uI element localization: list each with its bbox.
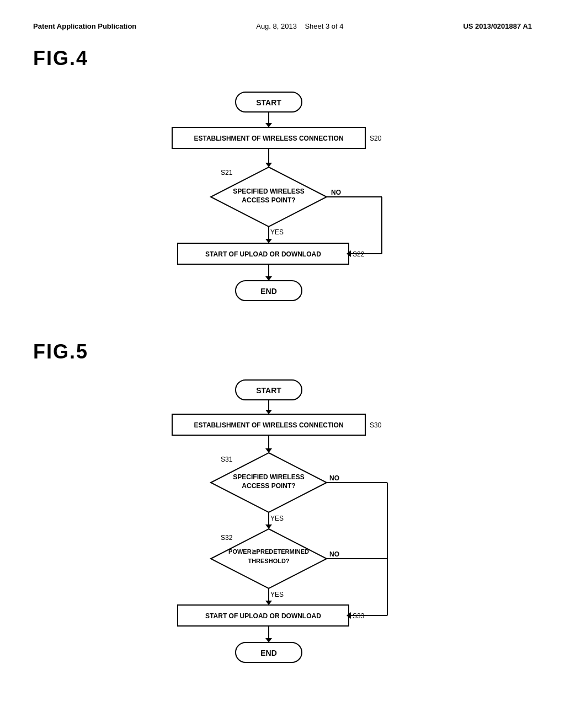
svg-text:ACCESS POINT?: ACCESS POINT? [242,196,295,204]
svg-marker-38 [265,448,272,453]
svg-text:YES: YES [270,515,284,522]
fig5-diagram: START ESTABLISHMENT OF WIRELESS CONNECTI… [33,374,532,689]
svg-text:ESTABLISHMENT OF WIRELESS CONN: ESTABLISHMENT OF WIRELESS CONNECTION [194,421,343,429]
svg-text:END: END [260,287,277,296]
svg-text:S20: S20 [370,135,382,142]
svg-text:START: START [256,98,281,107]
svg-marker-3 [265,123,272,127]
header-left: Patent Application Publication [33,22,136,30]
fig4-section: FIG.4 START ESTABLISHMENT OF WIRELESS CO… [33,47,532,313]
svg-marker-9 [265,163,272,167]
fig5-label: FIG.5 [33,340,532,363]
svg-marker-33 [265,410,272,414]
page-header: Patent Application Publication Aug. 8, 2… [33,22,532,30]
svg-text:THRESHOLD?: THRESHOLD? [248,558,289,564]
svg-text:START: START [256,386,281,395]
svg-text:START OF UPLOAD OR DOWNLOAD: START OF UPLOAD OR DOWNLOAD [205,612,321,620]
svg-marker-16 [265,239,272,243]
svg-text:SPECIFIED WIRELESS: SPECIFIED WIRELESS [233,188,304,195]
svg-text:ACCESS POINT?: ACCESS POINT? [242,482,295,490]
svg-text:NO: NO [331,189,341,196]
header-center: Aug. 8, 2013 Sheet 3 of 4 [256,22,343,30]
fig4-diagram: START ESTABLISHMENT OF WIRELESS CONNECTI… [33,81,532,313]
svg-text:YES: YES [270,228,284,236]
svg-text:S31: S31 [221,456,233,463]
svg-text:YES: YES [270,591,284,598]
svg-marker-54 [265,601,272,605]
header-date: Aug. 8, 2013 [256,22,297,30]
svg-text:END: END [260,649,277,657]
svg-marker-46 [265,524,272,529]
svg-text:S21: S21 [221,169,233,176]
svg-text:S32: S32 [221,534,233,542]
svg-text:NO: NO [329,550,339,558]
svg-text:ESTABLISHMENT OF WIRELESS CONN: ESTABLISHMENT OF WIRELESS CONNECTION [194,135,343,142]
svg-text:POWER≧PREDETERMINED: POWER≧PREDETERMINED [228,548,309,555]
svg-text:S30: S30 [370,421,382,429]
header-sheet: Sheet 3 of 4 [305,22,343,30]
svg-text:START OF UPLOAD OR DOWNLOAD: START OF UPLOAD OR DOWNLOAD [205,250,321,258]
svg-text:NO: NO [329,474,339,482]
header-right: US 2013/0201887 A1 [463,22,532,30]
svg-marker-64 [265,638,272,643]
svg-marker-27 [265,276,272,281]
fig5-section: FIG.5 START ESTABLISHMENT OF WIRELESS CO… [33,340,532,689]
fig4-label: FIG.4 [33,47,532,70]
page: Patent Application Publication Aug. 8, 2… [0,0,565,728]
svg-text:SPECIFIED WIRELESS: SPECIFIED WIRELESS [233,473,304,481]
